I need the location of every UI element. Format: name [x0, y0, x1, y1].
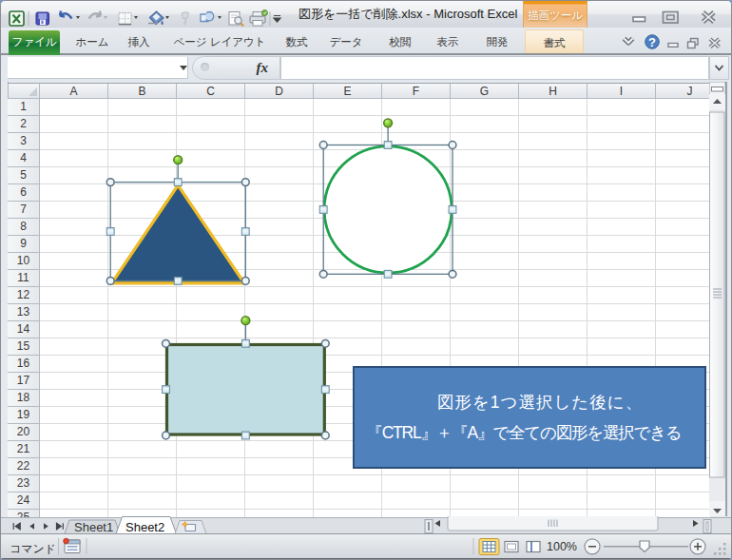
svg-text:Sheet1: Sheet1 — [74, 519, 113, 533]
svg-text:Sheet2: Sheet2 — [125, 519, 164, 533]
svg-text:100%: 100% — [547, 540, 577, 553]
